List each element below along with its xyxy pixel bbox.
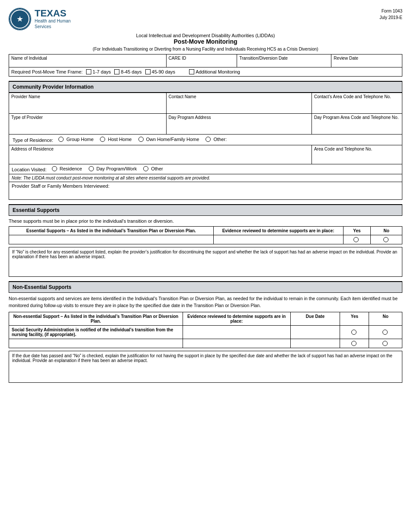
non-essential-table: Non-essential Support – As listed in the… bbox=[9, 312, 402, 348]
non-essential-row2-support bbox=[9, 339, 183, 348]
checkbox-1-7[interactable] bbox=[86, 69, 91, 74]
non-essential-row1-evidence bbox=[183, 325, 290, 339]
essential-table-data-row bbox=[9, 235, 402, 244]
non-essential-row1-no-radio[interactable] bbox=[382, 330, 388, 335]
essential-table-header-row: Essential Supports – As listed in the in… bbox=[9, 227, 402, 235]
type-provider-label: Type of Provider bbox=[11, 115, 164, 120]
radio-other-residence-circle[interactable] bbox=[206, 137, 211, 142]
time-frame-row: Required Post-Move Time Frame: 1-7 days … bbox=[9, 67, 402, 77]
essential-if-no-text: If “No” is checked for any essential sup… bbox=[12, 250, 397, 259]
radio-day-program-circle[interactable] bbox=[89, 166, 94, 171]
name-label: Name of Individual bbox=[11, 56, 164, 61]
essential-support-cell bbox=[9, 235, 214, 244]
form-center-header: Local Intellectual and Development Disab… bbox=[9, 33, 402, 45]
type-residence-row: Type of Residence: Group Home Host Home … bbox=[9, 135, 402, 145]
radio-residence[interactable]: Residence bbox=[52, 166, 82, 171]
day-program-phone-label: Day Program Area Code and Telephone No. bbox=[314, 115, 400, 120]
essential-no-cell[interactable] bbox=[371, 235, 402, 244]
form-info: Form 1043 July 2019-E bbox=[379, 8, 402, 21]
non-essential-row2-evidence bbox=[183, 339, 290, 348]
time-frame-1-7[interactable]: 1-7 days bbox=[86, 69, 111, 74]
provider-name-cell: Provider Name bbox=[9, 93, 167, 114]
community-provider-title: Community Provider Information bbox=[13, 84, 93, 90]
address-label: Address of Residence bbox=[11, 147, 309, 151]
essential-col2-header: Evidence reviewed to determine supports … bbox=[213, 227, 343, 235]
time-frame-additional-label: Additional Monitoring bbox=[196, 69, 240, 74]
time-frame-45-90[interactable]: 45-90 days bbox=[145, 69, 175, 74]
non-essential-row2-no-radio[interactable] bbox=[382, 341, 388, 346]
radio-own-home[interactable]: Own Home/Family Home bbox=[138, 137, 199, 142]
address-row: Address of Residence Area Code and Telep… bbox=[9, 145, 402, 164]
radio-other-location[interactable]: Other bbox=[143, 166, 163, 171]
agency-name: TEXAS Health and Human Services bbox=[35, 9, 71, 29]
checkbox-additional[interactable] bbox=[189, 69, 194, 74]
svg-text:★: ★ bbox=[16, 15, 23, 23]
checkbox-8-45[interactable] bbox=[114, 69, 119, 74]
radio-host-home-label: Host Home bbox=[108, 137, 132, 142]
non-essential-header-row: Non-essential Support – As listed in the… bbox=[9, 312, 402, 325]
non-essential-row1-no[interactable] bbox=[369, 325, 402, 339]
non-essential-row1-yes-radio[interactable] bbox=[351, 330, 356, 335]
staff-cell: Provider Staff or Family Members Intervi… bbox=[9, 182, 402, 200]
time-frame-45-90-label: 45-90 days bbox=[152, 69, 175, 74]
non-essential-row2 bbox=[9, 339, 402, 348]
non-essential-row1: Social Security Administration is notifi… bbox=[9, 325, 402, 339]
non-essential-row2-yes-radio[interactable] bbox=[351, 341, 356, 346]
radio-group-home-label: Group Home bbox=[66, 137, 93, 142]
note-row: Note: The LIDDA must conduct post-move m… bbox=[9, 174, 402, 182]
essential-if-no-box: If “No” is checked for any essential sup… bbox=[9, 247, 402, 277]
area-code-cell: Area Code and Telephone No. bbox=[311, 145, 402, 164]
time-frame-additional[interactable]: Additional Monitoring bbox=[189, 69, 240, 74]
radio-day-program-label: Day Program/Work bbox=[96, 166, 137, 171]
type-residence-label: Type of Residence: bbox=[13, 138, 53, 143]
staff-label: Provider Staff or Family Members Intervi… bbox=[12, 183, 109, 189]
contact-name-cell: Contact Name bbox=[166, 93, 311, 114]
essential-col4-header: No bbox=[371, 227, 402, 235]
contact-phone-label: Contact's Area Code and Telephone No. bbox=[314, 94, 400, 99]
radio-group-home-circle[interactable] bbox=[58, 137, 64, 142]
non-essential-row1-yes[interactable] bbox=[340, 325, 369, 339]
care-id-cell: CARE ID bbox=[166, 54, 237, 67]
checkbox-45-90[interactable] bbox=[145, 69, 151, 74]
radio-host-home-circle[interactable] bbox=[100, 137, 105, 142]
non-essential-col4-header: Yes bbox=[340, 312, 369, 325]
logo-area: ★ TEXAS Health and Human Services bbox=[9, 8, 71, 30]
radio-other-location-circle[interactable] bbox=[143, 166, 148, 171]
non-essential-col1-header: Non-essential Support – As listed in the… bbox=[9, 312, 183, 325]
non-essential-col2-header: Evidence reviewed to determine supports … bbox=[183, 312, 290, 325]
essential-supports-header: Essential Supports bbox=[9, 204, 402, 216]
essential-no-radio[interactable] bbox=[383, 237, 389, 242]
non-essential-row2-no[interactable] bbox=[369, 339, 402, 348]
non-essential-supports-header: Non-Essential Supports bbox=[9, 281, 402, 293]
contact-name-label: Contact Name bbox=[169, 94, 309, 99]
essential-yes-radio[interactable] bbox=[353, 237, 359, 242]
day-program-phone-cell: Day Program Area Code and Telephone No. bbox=[311, 114, 402, 135]
name-of-individual-cell: Name of Individual bbox=[9, 54, 167, 67]
time-frame-separator bbox=[183, 69, 186, 74]
radio-host-home[interactable]: Host Home bbox=[100, 137, 132, 142]
non-essential-body-text: Non-essential supports and services are … bbox=[9, 295, 402, 309]
type-residence-cell: Type of Residence: Group Home Host Home … bbox=[9, 135, 402, 145]
note-cell: Note: The LIDDA must conduct post-move m… bbox=[9, 174, 402, 182]
non-essential-row2-yes[interactable] bbox=[340, 339, 369, 348]
radio-day-program[interactable]: Day Program/Work bbox=[89, 166, 137, 171]
review-date-cell: Review Date bbox=[331, 54, 402, 67]
form-title: Post-Move Monitoring bbox=[9, 38, 402, 45]
staff-row: Provider Staff or Family Members Intervi… bbox=[9, 182, 402, 200]
non-essential-col5-header: No bbox=[369, 312, 402, 325]
essential-supports-table: Essential Supports – As listed in the in… bbox=[9, 226, 402, 244]
form-date: July 2019-E bbox=[379, 14, 402, 21]
radio-other-residence[interactable]: Other: bbox=[206, 137, 227, 142]
essential-yes-cell[interactable] bbox=[343, 235, 371, 244]
location-visited-label: Location Visited: bbox=[12, 167, 47, 172]
care-id-label: CARE ID bbox=[169, 56, 235, 61]
radio-group-home[interactable]: Group Home bbox=[58, 137, 93, 142]
header-fields-table: Name of Individual CARE ID Transition/Di… bbox=[9, 54, 402, 67]
non-essential-row1-duedate bbox=[290, 325, 340, 339]
community-provider-header: Community Provider Information bbox=[9, 81, 402, 93]
essential-evidence-cell bbox=[213, 235, 343, 244]
radio-residence-circle[interactable] bbox=[52, 166, 57, 171]
time-frame-8-45[interactable]: 8-45 days bbox=[114, 69, 141, 74]
radio-own-home-circle[interactable] bbox=[138, 137, 144, 142]
provider-name-row: Provider Name Contact Name Contact's Are… bbox=[9, 93, 402, 114]
